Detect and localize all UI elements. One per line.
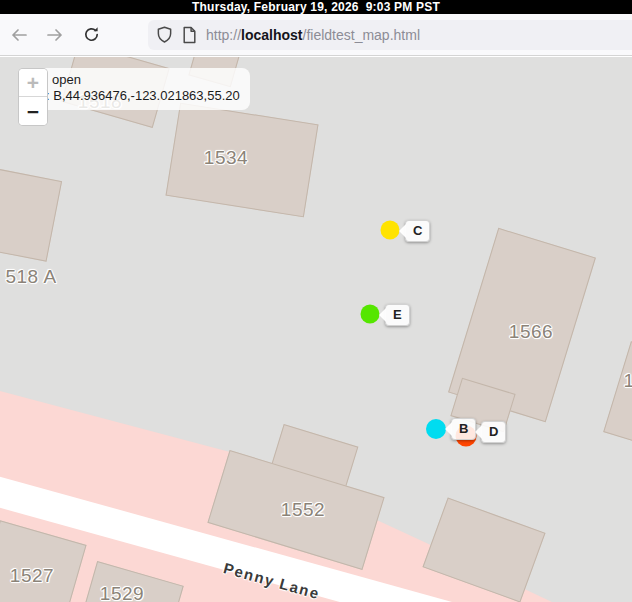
marker-dot-C[interactable] xyxy=(381,221,400,240)
marker-tooltip-B[interactable]: B xyxy=(451,418,476,440)
address-label-518-a: 518 A xyxy=(5,266,56,288)
marker-dot-B[interactable] xyxy=(426,419,446,439)
address-label-1529: 1529 xyxy=(100,583,144,602)
marker-tooltip-D[interactable]: D xyxy=(481,421,506,443)
marker-tooltip-E[interactable]: E xyxy=(385,304,410,326)
status-line-open: open xyxy=(52,72,81,88)
map-zoom-control: + − xyxy=(18,68,48,126)
reload-icon xyxy=(83,26,100,43)
building-518a xyxy=(0,166,62,261)
status-line-coordinates: : B,44.936476,-123.021863,55.20 xyxy=(46,88,240,104)
reload-button[interactable] xyxy=(76,20,106,50)
url-bar[interactable]: http://localhost/fieldtest_map.html xyxy=(148,20,632,50)
back-button[interactable] xyxy=(4,20,34,50)
building-right-edge xyxy=(603,341,632,460)
zoom-in-button[interactable]: + xyxy=(19,69,47,97)
address-label-1534: 1534 xyxy=(204,147,248,169)
url-host: localhost xyxy=(241,27,302,43)
system-clock: Thursday, February 19, 2026 9:03 PM PST xyxy=(192,0,440,14)
page-info-icon[interactable] xyxy=(182,26,206,44)
zoom-out-button[interactable]: − xyxy=(19,97,47,125)
browser-toolbar: http://localhost/fieldtest_map.html xyxy=(0,14,632,56)
marker-tooltip-C[interactable]: C xyxy=(405,220,430,242)
address-label-1527: 1527 xyxy=(10,565,54,587)
address-label-1: 1 xyxy=(623,370,632,392)
url-text: http://localhost/fieldtest_map.html xyxy=(206,27,420,43)
screen: Thursday, February 19, 2026 9:03 PM PST xyxy=(0,0,632,602)
forward-button[interactable] xyxy=(40,20,70,50)
url-scheme: http:// xyxy=(206,27,241,43)
marker-dot-E[interactable] xyxy=(361,305,380,324)
back-arrow-icon xyxy=(10,27,28,43)
address-label-1566: 1566 xyxy=(509,321,553,343)
shield-icon[interactable] xyxy=(156,26,182,44)
system-menu-bar: Thursday, February 19, 2026 9:03 PM PST xyxy=(0,0,632,14)
status-panel: open : B,44.936476,-123.021863,55.20 xyxy=(18,68,250,110)
url-path: /fieldtest_map.html xyxy=(303,27,421,43)
map-canvas[interactable]: Penny Lane 15181534518 A1566115521527152… xyxy=(0,57,632,602)
address-label-1552: 1552 xyxy=(281,499,325,521)
forward-arrow-icon xyxy=(46,27,64,43)
